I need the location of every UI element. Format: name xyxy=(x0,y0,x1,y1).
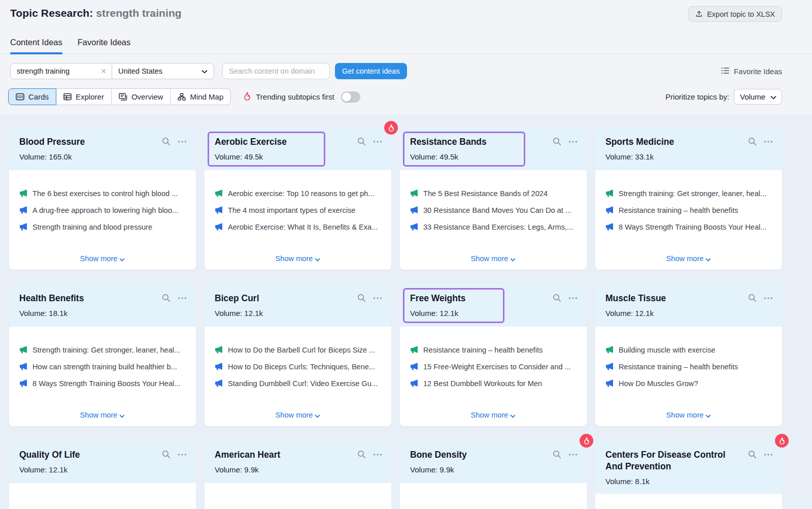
headline-item[interactable]: The 4 most important types of exercise xyxy=(215,206,382,216)
search-icon[interactable] xyxy=(748,137,757,146)
headline-item[interactable]: Resistance training – health benefits xyxy=(410,345,578,356)
card-volume: Volume: 49.5k xyxy=(215,152,317,161)
card-body: The 6 best exercises to control high blo… xyxy=(9,170,196,270)
page-title: Topic Research: strength training xyxy=(10,6,182,19)
show-more-link[interactable]: Show more xyxy=(595,254,782,263)
topic-card[interactable]: Aerobic Exercise Volume: 49.5k Aerobic e… xyxy=(205,128,391,270)
search-icon[interactable] xyxy=(162,450,171,459)
headline-item[interactable]: 8 Ways Strength Training Boosts Your Hea… xyxy=(605,222,773,233)
more-menu-icon[interactable] xyxy=(568,454,578,456)
topic-card[interactable]: American Heart Volume: 9.9k xyxy=(205,440,391,509)
more-menu-icon[interactable] xyxy=(178,141,187,143)
card-actions xyxy=(553,294,578,302)
view-mindmap-button[interactable]: Mind Map xyxy=(171,88,231,105)
search-icon[interactable] xyxy=(748,294,757,302)
search-icon[interactable] xyxy=(553,137,561,146)
more-menu-icon[interactable] xyxy=(764,454,773,456)
headline-item[interactable]: Building muscle with exercise xyxy=(605,345,773,356)
more-menu-icon[interactable] xyxy=(568,141,578,143)
search-icon[interactable] xyxy=(357,450,366,459)
country-select[interactable]: United States xyxy=(112,63,214,79)
search-icon[interactable] xyxy=(162,137,171,146)
show-more-link[interactable]: Show more xyxy=(400,411,587,419)
favorite-ideas-link[interactable]: Favorite Ideas xyxy=(721,67,782,76)
show-more-link[interactable]: Show more xyxy=(595,411,782,419)
tab-favorite-ideas[interactable]: Favorite Ideas xyxy=(78,38,131,54)
search-icon[interactable] xyxy=(553,450,561,459)
more-menu-icon[interactable] xyxy=(178,454,187,456)
more-menu-icon[interactable] xyxy=(568,297,578,299)
topic-card[interactable]: Bone Density Volume: 9.9k xyxy=(400,440,587,509)
topic-card[interactable]: Resistance Bands Volume: 49.5k The 5 Bes… xyxy=(400,128,587,270)
topic-card[interactable]: Sports Medicine Volume: 33.1k Strength t… xyxy=(595,128,782,270)
headline-item[interactable]: 12 Best Dumbbell Workouts for Men xyxy=(410,379,578,389)
tab-content-ideas[interactable]: Content Ideas xyxy=(10,38,62,54)
search-icon[interactable] xyxy=(162,294,171,302)
headline-item[interactable]: 33 Resistance Band Exercises: Legs, Arms… xyxy=(410,222,578,233)
headline-item[interactable]: Aerobic Exercise: What It Is, Benefits &… xyxy=(215,222,382,233)
clear-keyword-icon[interactable]: ✕ xyxy=(97,67,107,75)
prioritize-select[interactable]: Volume xyxy=(734,89,782,105)
headline-item[interactable]: Strength training: Get stronger, leaner,… xyxy=(19,345,187,356)
topic-card[interactable]: Blood Pressure Volume: 165.0k The 6 best… xyxy=(9,128,196,270)
megaphone-icon xyxy=(19,189,27,199)
search-icon[interactable] xyxy=(357,137,366,146)
headline-item[interactable]: Aerobic exercise: Top 10 reasons to get … xyxy=(215,189,382,199)
headline-item[interactable]: The 6 best exercises to control high blo… xyxy=(19,189,187,199)
card-volume: Volume: 12.1k xyxy=(605,309,772,317)
headline-list: Strength training: Get stronger, leaner,… xyxy=(9,327,196,389)
more-menu-icon[interactable] xyxy=(373,297,382,299)
trending-flame-badge xyxy=(384,121,398,135)
more-menu-icon[interactable] xyxy=(178,297,187,299)
view-explorer-button[interactable]: Explorer xyxy=(56,88,112,105)
headline-item[interactable]: A drug-free approach to lowering high bl… xyxy=(19,206,187,216)
megaphone-icon xyxy=(410,362,418,372)
headline-item[interactable]: Strength training and blood pressure xyxy=(19,222,187,233)
more-menu-icon[interactable] xyxy=(373,141,382,143)
headline-item[interactable]: 30 Resistance Band Moves You Can Do at .… xyxy=(410,206,578,216)
headline-item[interactable]: How to Do Biceps Curls: Techniques, Bene… xyxy=(215,362,382,372)
show-more-link[interactable]: Show more xyxy=(9,254,196,263)
headline-item[interactable]: Resistance training – health benefits xyxy=(605,362,773,372)
show-more-link[interactable]: Show more xyxy=(400,254,587,263)
get-content-ideas-button[interactable]: Get content ideas xyxy=(335,63,407,79)
headline-item[interactable]: 15 Free-Weight Exercises to Consider and… xyxy=(410,362,578,372)
view-cards-button[interactable]: Cards xyxy=(8,88,56,105)
topic-card[interactable]: Health Benefits Volume: 18.1k Strength t… xyxy=(9,284,196,426)
headline-item[interactable]: How Do Muscles Grow? xyxy=(605,379,773,389)
domain-search-input[interactable] xyxy=(222,63,330,79)
headline-item[interactable]: Standing Dumbbell Curl: Video Exercise G… xyxy=(215,379,382,389)
keyword-country-group: ✕ United States xyxy=(10,63,214,79)
card-title: Resistance Bands xyxy=(410,136,517,148)
more-menu-icon[interactable] xyxy=(373,454,382,456)
topic-card[interactable]: Muscle Tissue Volume: 12.1k Building mus… xyxy=(595,284,782,426)
topic-card[interactable]: Bicep Curl Volume: 12.1k How to Do the B… xyxy=(205,284,391,426)
view-overview-button[interactable]: Overview xyxy=(112,88,171,105)
headline-item[interactable]: How can strength training build healthie… xyxy=(19,362,187,372)
topic-card[interactable]: Quality Of Life Volume: 12.1k xyxy=(9,440,196,509)
headline-item[interactable]: Strength training: Get stronger, leaner,… xyxy=(605,189,773,199)
headline-item[interactable]: The 5 Best Resistance Bands of 2024 xyxy=(410,189,578,199)
card-title: Centers For Disease Control And Preventi… xyxy=(605,449,772,472)
search-icon[interactable] xyxy=(357,294,366,302)
megaphone-icon xyxy=(215,379,223,389)
search-icon[interactable] xyxy=(553,294,561,302)
headline-item[interactable]: How to Do the Barbell Curl for Biceps Si… xyxy=(215,345,382,356)
trending-toggle-switch[interactable] xyxy=(341,91,360,103)
trending-flame-badge xyxy=(775,434,789,448)
headline-item[interactable]: Resistance training – health benefits xyxy=(605,206,773,216)
show-more-link[interactable]: Show more xyxy=(205,411,391,419)
megaphone-icon xyxy=(19,206,27,216)
show-more-link[interactable]: Show more xyxy=(205,254,391,263)
keyword-input[interactable] xyxy=(17,67,97,75)
headline-item[interactable]: 8 Ways Strength Training Boosts Your Hea… xyxy=(19,379,187,389)
more-menu-icon[interactable] xyxy=(764,141,773,143)
topic-card[interactable]: Centers For Disease Control And Preventi… xyxy=(595,440,782,509)
search-icon[interactable] xyxy=(748,450,757,459)
show-more-link[interactable]: Show more xyxy=(9,411,196,419)
topic-card[interactable]: Free Weights Volume: 12.1k Resistance tr… xyxy=(400,284,587,426)
megaphone-icon xyxy=(215,206,223,216)
more-menu-icon[interactable] xyxy=(764,297,773,299)
view-overview-label: Overview xyxy=(131,92,163,101)
export-xlsx-button[interactable]: Export topic to XLSX xyxy=(688,6,782,22)
